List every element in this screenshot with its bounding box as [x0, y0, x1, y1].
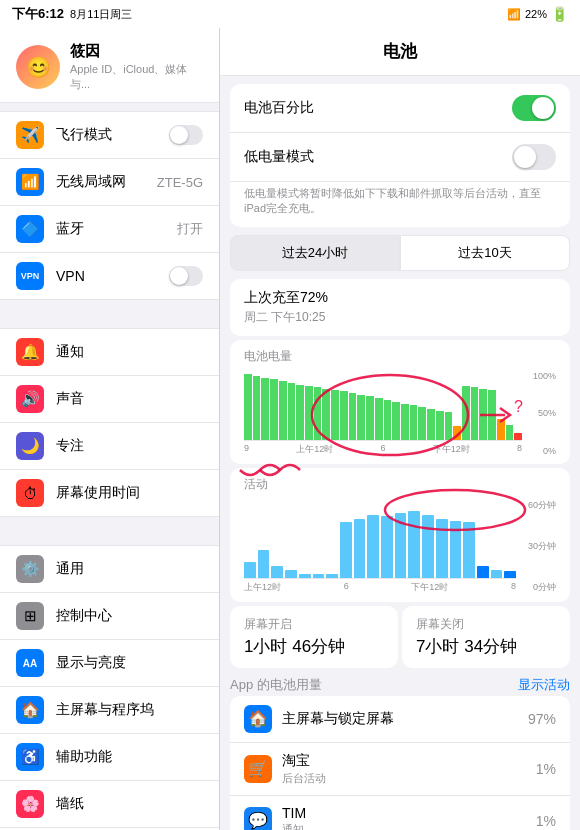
focus-icon: 🌙: [16, 432, 44, 460]
bar-26: [462, 386, 470, 440]
x-label-1: 9: [244, 443, 249, 456]
sidebar-item-sound[interactable]: 🔊 声音: [0, 376, 219, 423]
sidebar-item-notification[interactable]: 🔔 通知: [0, 328, 219, 376]
bar-19: [401, 404, 409, 440]
bar-13: [349, 393, 357, 440]
activity-chart-section: 活动: [230, 468, 570, 602]
low-power-label: 低电量模式: [244, 148, 512, 166]
charge-sub: 周二 下午10:25: [244, 309, 556, 326]
act-bar-19: [491, 570, 503, 578]
wallpaper-label: 墙纸: [56, 795, 203, 813]
act-x-4: 8: [511, 581, 516, 594]
charge-info-card: 上次充至72% 周二 下午10:25: [230, 279, 570, 336]
screen-off-stat: 屏幕关闭 7小时 34分钟: [402, 606, 570, 668]
sidebar-user-header[interactable]: 😊 筱因 Apple ID、iCloud、媒体与...: [0, 28, 219, 103]
vpn-label: VPN: [56, 268, 157, 284]
airplane-toggle[interactable]: [169, 125, 203, 145]
act-bar-14: [422, 515, 434, 578]
status-bar: 下午6:12 8月11日周三 📶 22% 🔋: [0, 0, 580, 28]
sidebar-section-network: ✈️ 飞行模式 📶 无线局域网 ZTE-5G 🔷 蓝牙 打开 VPN VPN: [0, 111, 219, 300]
sidebar-item-homescreen[interactable]: 🏠 主屏幕与程序坞: [0, 687, 219, 734]
homescreen-label: 主屏幕与程序坞: [56, 701, 203, 719]
notification-icon: 🔔: [16, 338, 44, 366]
act-y-0: 0分钟: [520, 581, 556, 594]
tab-24h[interactable]: 过去24小时: [230, 235, 400, 271]
app-usage-taobao[interactable]: 🛒 淘宝 后台活动 1%: [230, 743, 570, 796]
usage-header: App 的电池用量 显示活动: [230, 676, 570, 694]
battery-percent-label: 电池百分比: [244, 99, 512, 117]
act-bar-13: [408, 511, 420, 578]
sidebar-item-accessibility[interactable]: ♿ 辅助功能: [0, 734, 219, 781]
vpn-toggle[interactable]: [169, 266, 203, 286]
bar-20: [410, 405, 418, 440]
vpn-icon: VPN: [16, 262, 44, 290]
sidebar-item-bluetooth[interactable]: 🔷 蓝牙 打开: [0, 206, 219, 253]
wifi-icon: 📶: [507, 8, 521, 21]
tab-10d[interactable]: 过去10天: [400, 235, 570, 271]
bar-2: [253, 376, 261, 439]
app-usage-tim[interactable]: 💬 TIM 通知 1%: [230, 796, 570, 830]
y-100: 100%: [526, 371, 556, 381]
show-activity-link[interactable]: 显示活动: [518, 676, 570, 694]
act-bar-11: [381, 516, 393, 578]
screen-off-label: 屏幕关闭: [416, 616, 556, 633]
y-0: 0%: [526, 446, 556, 456]
app-pct-homescreen: 97%: [528, 711, 556, 727]
battery-percent-toggle[interactable]: [512, 95, 556, 121]
act-bar-17: [463, 522, 475, 577]
low-power-info: 低电量模式将暂时降低如下下载和邮件抓取等后台活动，直至iPad完全充电。: [230, 182, 570, 227]
bar-16: [375, 398, 383, 439]
bar-27: [471, 387, 479, 439]
low-power-toggle[interactable]: [512, 144, 556, 170]
sidebar-item-display[interactable]: AA 显示与亮度: [0, 640, 219, 687]
app-icon-tim: 💬: [244, 807, 272, 830]
battery-pct: 22%: [525, 8, 547, 20]
user-name: 筱因: [70, 42, 203, 61]
control-icon: ⊞: [16, 602, 44, 630]
bar-6: [288, 383, 296, 440]
act-x-2: 6: [344, 581, 349, 594]
general-label: 通用: [56, 560, 203, 578]
bar-11: [331, 390, 339, 440]
x-label-2: 上午12时: [296, 443, 333, 456]
bar-17: [384, 400, 392, 440]
screen-on-value: 1小时 46分钟: [244, 635, 384, 658]
bar-10: [322, 389, 330, 440]
bar-30: [497, 419, 505, 440]
bar-22: [427, 409, 435, 439]
chart-y-labels: 100% 50% 0%: [526, 371, 556, 456]
date: 8月11日周三: [70, 7, 132, 22]
sidebar-item-general[interactable]: ⚙️ 通用: [0, 545, 219, 593]
act-bar-5: [299, 574, 311, 578]
sidebar-item-focus[interactable]: 🌙 专注: [0, 423, 219, 470]
display-icon: AA: [16, 649, 44, 677]
screen-stats: 屏幕开启 1小时 46分钟 屏幕关闭 7小时 34分钟: [230, 606, 570, 668]
act-y-30: 30分钟: [520, 540, 556, 553]
sidebar-gap-2: [0, 517, 219, 537]
activity-chart-area: 上午12时 6 下午12时 8: [244, 499, 516, 594]
sidebar-item-control[interactable]: ⊞ 控制中心: [0, 593, 219, 640]
right-panel: 电池 电池百分比 低电量模式 低电量模式将暂时降低如下下载和邮件抓取等后台活动，…: [220, 28, 580, 830]
act-bar-15: [436, 519, 448, 578]
bar-23: [436, 411, 444, 440]
bar-8: [305, 386, 313, 440]
sidebar-item-airplane[interactable]: ✈️ 飞行模式: [0, 111, 219, 159]
sidebar-item-wallpaper[interactable]: 🌸 墙纸: [0, 781, 219, 828]
act-bar-1: [244, 562, 256, 578]
app-pct-tim: 1%: [536, 813, 556, 829]
act-bar-3: [271, 566, 283, 578]
bluetooth-label: 蓝牙: [56, 220, 165, 238]
activity-chart-container: 上午12时 6 下午12时 8 60分钟 30分钟 0分钟: [244, 499, 556, 594]
act-bar-7: [326, 574, 338, 578]
app-sub-taobao: 后台活动: [282, 771, 526, 786]
app-usage-homescreen[interactable]: 🏠 主屏幕与锁定屏幕 97%: [230, 696, 570, 743]
screen-on-stat: 屏幕开启 1小时 46分钟: [230, 606, 398, 668]
app-icon-homescreen: 🏠: [244, 705, 272, 733]
sidebar-item-wifi[interactable]: 📶 无线局域网 ZTE-5G: [0, 159, 219, 206]
activity-label: 活动: [244, 476, 556, 493]
bar-28: [479, 389, 487, 440]
sidebar-item-screentime[interactable]: ⏱ 屏幕使用时间: [0, 470, 219, 517]
battery-icon: 🔋: [551, 6, 568, 22]
low-power-row: 低电量模式: [230, 133, 570, 182]
sidebar-item-vpn[interactable]: VPN VPN: [0, 253, 219, 300]
